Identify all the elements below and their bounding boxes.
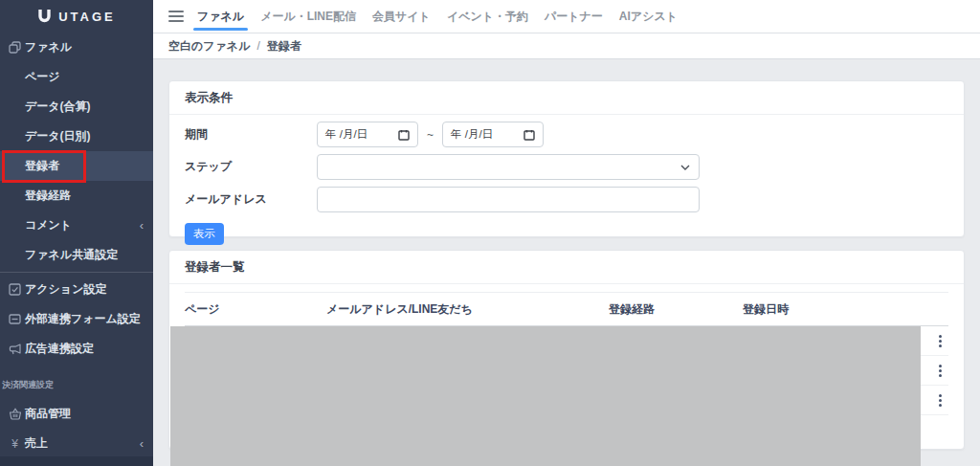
megaphone-icon xyxy=(5,343,25,355)
menu-divider xyxy=(0,272,153,273)
form-icon xyxy=(5,313,25,325)
sidebar-item-pages[interactable]: ページ xyxy=(0,62,153,92)
hamburger-menu-icon[interactable] xyxy=(168,11,184,22)
sidebar-item-label: ファネル共通設定 xyxy=(25,247,118,263)
registrant-list-title: 登録者一覧 xyxy=(169,251,964,284)
sidebar-item-comments[interactable]: コメント ‹ xyxy=(0,211,153,240)
calendar-icon xyxy=(398,129,410,141)
breadcrumb-separator: / xyxy=(256,39,259,53)
breadcrumb-bar: 空白のファネル / 登録者 xyxy=(153,33,980,59)
utage-logo-icon xyxy=(37,9,52,24)
basket-icon xyxy=(5,408,25,420)
date-to-placeholder: 年 /月/日 xyxy=(451,127,493,142)
annotation-red-box xyxy=(2,150,86,183)
email-input[interactable] xyxy=(317,187,700,212)
kebab-menu-icon[interactable] xyxy=(931,332,948,349)
tab-mail-line[interactable]: メール・LINE配信 xyxy=(260,0,356,33)
chevron-left-icon: ‹ xyxy=(140,219,144,232)
sidebar-item-registration-route[interactable]: 登録経路 xyxy=(0,181,153,211)
table-header-row: ページ メールアドレス/LINE友だち 登録経路 登録日時 xyxy=(185,292,948,326)
sidebar-item-label: アクション設定 xyxy=(25,281,106,298)
sidebar-bottom-strip xyxy=(0,456,153,466)
sidebar-item-label: データ(日別) xyxy=(25,128,91,144)
tab-ai-assist[interactable]: AIアシスト xyxy=(619,0,678,33)
yen-icon: ¥ xyxy=(5,437,25,451)
brand-logo[interactable]: UTAGE xyxy=(0,0,153,33)
column-header-email-line: メールアドレス/LINE友だち xyxy=(326,301,609,318)
sidebar-item-product-management[interactable]: 商品管理 xyxy=(0,399,153,429)
kebab-menu-icon[interactable] xyxy=(931,362,948,379)
calendar-icon xyxy=(523,129,535,141)
email-row: メールアドレス xyxy=(185,187,948,212)
sidebar-item-funnel[interactable]: ファネル xyxy=(0,33,153,62)
filter-card-title: 表示条件 xyxy=(169,81,964,115)
sidebar: UTAGE ファネル ページ データ(合算) データ(日別) 登録者 xyxy=(0,0,153,466)
sidebar-item-label: コメント xyxy=(25,217,72,233)
sidebar-item-label: 商品管理 xyxy=(25,406,71,422)
tab-funnel[interactable]: ファネル xyxy=(197,0,244,33)
filter-card: 表示条件 期間 年 /月/日 ~ 年 /月/日 xyxy=(168,80,965,237)
period-row: 期間 年 /月/日 ~ 年 /月/日 xyxy=(185,122,948,147)
kebab-menu-icon[interactable] xyxy=(931,391,948,409)
sidebar-item-funnel-common-settings[interactable]: ファネル共通設定 xyxy=(0,240,153,270)
app-window: UTAGE ファネル ページ データ(合算) データ(日別) 登録者 xyxy=(0,0,980,466)
period-label: 期間 xyxy=(185,126,317,143)
sidebar-item-label: 広告連携設定 xyxy=(25,341,94,357)
top-navigation: ファネル メール・LINE配信 会員サイト イベント・予約 パートナー AIアシ… xyxy=(153,0,980,33)
sidebar-menu: ファネル ページ データ(合算) データ(日別) 登録者 登録経路 コメント ‹ xyxy=(0,33,153,458)
email-label: メールアドレス xyxy=(185,191,317,208)
tab-member-site[interactable]: 会員サイト xyxy=(372,0,431,33)
step-select[interactable] xyxy=(317,154,700,180)
sidebar-item-label: ページ xyxy=(25,69,60,85)
top-tabs: ファネル メール・LINE配信 会員サイト イベント・予約 パートナー AIアシ… xyxy=(197,0,678,33)
check-square-icon xyxy=(5,283,25,296)
sidebar-item-external-form-settings[interactable]: 外部連携フォーム設定 xyxy=(0,304,153,334)
sidebar-item-data-total[interactable]: データ(合算) xyxy=(0,92,153,122)
chevron-left-icon: ‹ xyxy=(140,437,144,450)
date-to-input[interactable]: 年 /月/日 xyxy=(442,122,544,147)
breadcrumb: 空白のファネル / 登録者 xyxy=(168,38,301,55)
sidebar-item-ad-link-settings[interactable]: 広告連携設定 xyxy=(0,334,153,364)
sidebar-item-label: 外部連携フォーム設定 xyxy=(25,311,141,327)
sidebar-item-label: 売上 xyxy=(25,435,48,452)
filter-card-body: 期間 年 /月/日 ~ 年 /月/日 ステップ xyxy=(169,115,964,245)
step-row: ステップ xyxy=(185,154,948,180)
column-header-registration-route: 登録経路 xyxy=(609,301,743,318)
breadcrumb-parent-link[interactable]: 空白のファネル xyxy=(168,38,250,55)
step-label: ステップ xyxy=(185,159,317,175)
redaction-mask xyxy=(170,326,921,466)
tab-event-booking[interactable]: イベント・予約 xyxy=(447,0,528,33)
date-from-placeholder: 年 /月/日 xyxy=(325,127,368,142)
sidebar-item-action-settings[interactable]: アクション設定 xyxy=(0,275,153,304)
chevron-down-icon xyxy=(680,165,690,170)
column-header-registration-date: 登録日時 xyxy=(743,301,914,318)
sidebar-item-label: 登録経路 xyxy=(25,188,71,204)
show-button[interactable]: 表示 xyxy=(185,223,224,245)
breadcrumb-current: 登録者 xyxy=(267,38,301,55)
sidebar-item-data-daily[interactable]: データ(日別) xyxy=(0,122,153,151)
sidebar-item-label: データ(合算) xyxy=(25,99,91,115)
sidebar-section-payment-settings: 決済関連設定 xyxy=(2,379,153,391)
brand-name: UTAGE xyxy=(58,10,116,24)
sidebar-item-label: ファネル xyxy=(25,39,72,55)
copy-icon xyxy=(5,41,25,54)
sidebar-item-sales[interactable]: ¥ 売上 ‹ xyxy=(0,429,153,458)
column-header-page: ページ xyxy=(185,301,326,318)
tab-partner[interactable]: パートナー xyxy=(545,0,603,33)
date-range-separator: ~ xyxy=(427,128,434,142)
date-from-input[interactable]: 年 /月/日 xyxy=(317,122,418,147)
